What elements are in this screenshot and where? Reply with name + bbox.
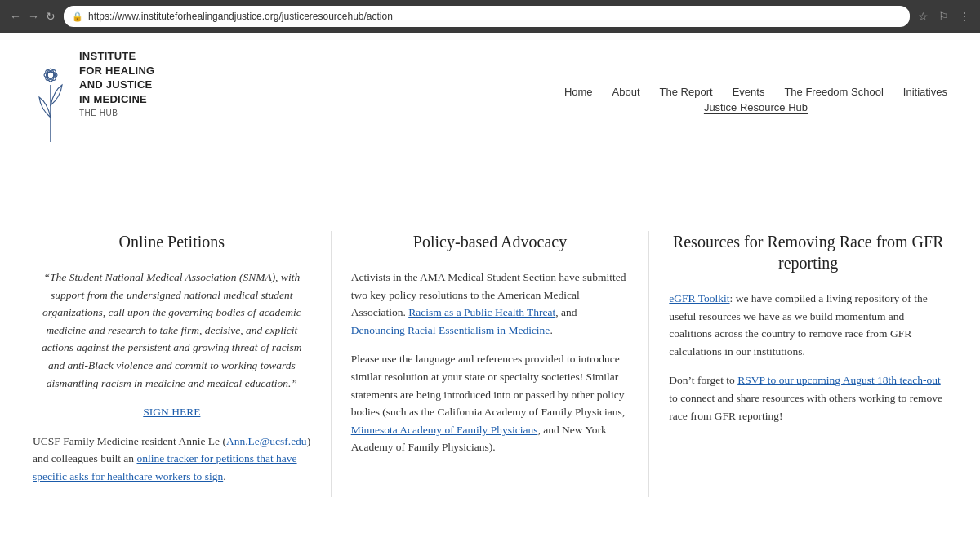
logo-subtitle: THE HUB <box>79 109 154 118</box>
racism-public-health-link[interactable]: Racism as a Public Health Threat <box>408 306 555 318</box>
nav-justice-hub[interactable]: Justice Resource Hub <box>704 101 808 113</box>
browser-action-icons: ☆ ⚐ ⋮ <box>918 10 970 24</box>
egfr-toolkit-link[interactable]: eGFR Toolkit <box>669 292 729 304</box>
nav-the-report[interactable]: The Report <box>660 86 713 98</box>
sign-here-link[interactable]: SIGN HERE <box>33 403 311 421</box>
logo-area: INSTITUTE FOR HEALING AND JUSTICE IN MED… <box>33 49 154 149</box>
hero-space <box>0 166 980 231</box>
flower-svg <box>33 52 69 146</box>
col2-body1: Activists in the AMA Medical Student Sec… <box>351 269 630 339</box>
browser-nav-controls[interactable]: ← → ↻ <box>10 10 56 23</box>
nav-row-1: Home About The Report Events The Freedom… <box>564 86 947 98</box>
col2-body: Activists in the AMA Medical Student Sec… <box>351 269 630 456</box>
col-policy-advocacy: Policy-based Advocacy Activists in the A… <box>332 231 650 497</box>
col3-body2: Don’t forget to RSVP to our upcoming Aug… <box>669 371 947 424</box>
logo-text-block: INSTITUTE FOR HEALING AND JUSTICE IN MED… <box>79 49 154 118</box>
mn-academy-link[interactable]: Minnesota Academy of Family Physicians <box>351 424 538 436</box>
col3-body: eGFR Toolkit: we have compiled a living … <box>669 290 947 424</box>
menu-icon[interactable]: ⋮ <box>959 10 970 24</box>
main-content: Online Petitions “The Student National M… <box>0 231 980 530</box>
main-nav: Home About The Report Events The Freedom… <box>564 86 947 113</box>
rsvp-link[interactable]: RSVP to our upcoming August 18th teach-o… <box>737 374 941 386</box>
logo-title: INSTITUTE FOR HEALING AND JUSTICE IN MED… <box>79 49 154 106</box>
site-header: INSTITUTE FOR HEALING AND JUSTICE IN MED… <box>0 33 980 166</box>
extensions-icon[interactable]: ⚐ <box>938 10 949 24</box>
col-online-petitions: Online Petitions “The Student National M… <box>33 231 332 497</box>
email-link[interactable]: Ann.Le@ucsf.edu <box>226 435 307 447</box>
col1-body2: UCSF Family Medicine resident Annie Le (… <box>33 433 311 486</box>
address-bar[interactable]: 🔒 https://www.instituteforhealingandjust… <box>64 6 910 27</box>
reload-button[interactable]: ↻ <box>46 10 56 23</box>
page: INSTITUTE FOR HEALING AND JUSTICE IN MED… <box>0 33 980 542</box>
nav-home[interactable]: Home <box>564 86 593 98</box>
url-text: https://www.instituteforhealingandjustic… <box>88 11 393 22</box>
browser-chrome: ← → ↻ 🔒 https://www.instituteforhealinga… <box>0 0 980 33</box>
nav-initiatives[interactable]: Initiatives <box>903 86 947 98</box>
col1-sign-here-para: SIGN HERE <box>33 403 311 421</box>
nav-row-2: Justice Resource Hub <box>704 101 808 113</box>
lock-icon: 🔒 <box>72 11 83 22</box>
racial-essentialism-link[interactable]: Denouncing Racial Essentialism in Medici… <box>351 324 550 336</box>
col1-title: Online Petitions <box>33 231 311 252</box>
svg-point-5 <box>47 72 54 78</box>
col2-title: Policy-based Advocacy <box>351 231 630 252</box>
col2-body2: Please use the language and references p… <box>351 350 630 456</box>
col-gfr-resources: Resources for Removing Race from GFR rep… <box>649 231 947 497</box>
nav-about[interactable]: About <box>612 86 640 98</box>
nav-freedom-school[interactable]: The Freedom School <box>784 86 883 98</box>
col3-title: Resources for Removing Race from GFR rep… <box>669 231 947 273</box>
back-button[interactable]: ← <box>10 10 21 23</box>
col1-quote: “The Student National Medical Associatio… <box>33 269 311 392</box>
logo-icon <box>33 49 69 149</box>
forward-button[interactable]: → <box>28 10 39 23</box>
bookmark-icon[interactable]: ☆ <box>918 10 929 24</box>
col1-body: “The Student National Medical Associatio… <box>33 269 311 486</box>
nav-events[interactable]: Events <box>733 86 765 98</box>
col3-body1: eGFR Toolkit: we have compiled a living … <box>669 290 947 360</box>
